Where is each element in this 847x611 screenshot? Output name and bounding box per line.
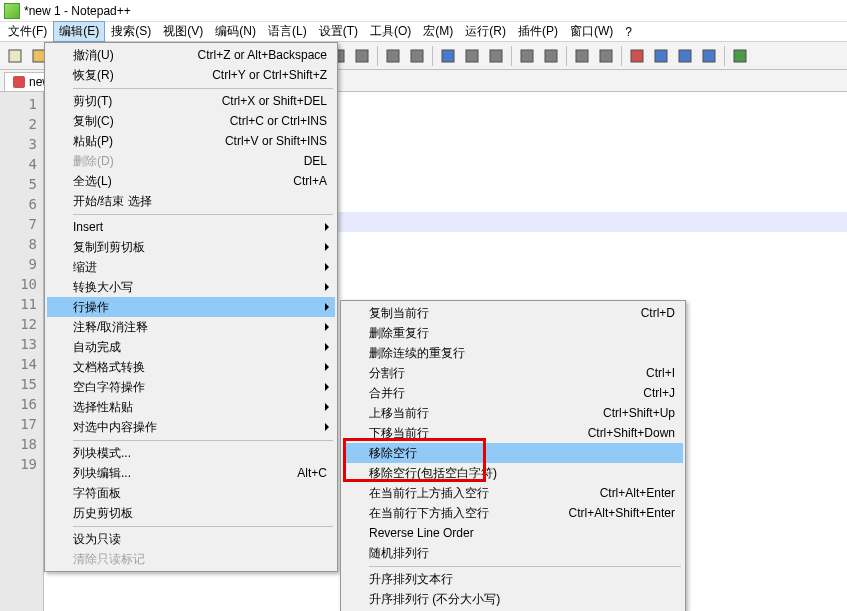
edit-menu-dropdown: 撤消(U)Ctrl+Z or Alt+Backspace恢复(R)Ctrl+Y … <box>44 42 338 572</box>
replace-button[interactable] <box>351 45 373 67</box>
menu-plugins[interactable]: 插件(P) <box>512 21 564 42</box>
edit-menu-item-1[interactable]: 恢复(R)Ctrl+Y or Ctrl+Shift+Z <box>47 65 335 85</box>
macro-record-button[interactable] <box>626 45 648 67</box>
svg-rect-25 <box>679 50 691 62</box>
edit-menu-item-8[interactable]: 开始/结束 选择 <box>47 191 335 211</box>
menu-settings[interactable]: 设置(T) <box>313 21 364 42</box>
edit-menu-item-15[interactable]: 注释/取消注释 <box>47 317 335 337</box>
line-ops-item-2[interactable]: 删除连续的重复行 <box>343 343 683 363</box>
menu-window[interactable]: 窗口(W) <box>564 21 619 42</box>
menu-tools[interactable]: 工具(O) <box>364 21 417 42</box>
macro-play-button[interactable] <box>650 45 672 67</box>
edit-menu-item-4[interactable]: 复制(C)Ctrl+C or Ctrl+INS <box>47 111 335 131</box>
menu-item-label: 粘贴(P) <box>73 133 195 150</box>
zoom-out-button[interactable] <box>406 45 428 67</box>
svg-rect-0 <box>9 50 21 62</box>
line-ops-item-8[interactable]: 移除空行(包括空白字符) <box>343 463 683 483</box>
edit-menu-item-24[interactable]: 字符面板 <box>47 483 335 503</box>
edit-menu-item-22[interactable]: 列块模式... <box>47 443 335 463</box>
toolbar-separator <box>724 46 725 66</box>
menu-search[interactable]: 搜索(S) <box>105 21 157 42</box>
run-button[interactable] <box>729 45 751 67</box>
menu-item-accelerator: Ctrl+Y or Ctrl+Shift+Z <box>182 68 327 82</box>
line-number: 6 <box>0 194 37 214</box>
line-ops-item-9[interactable]: 在当前行上方插入空行Ctrl+Alt+Enter <box>343 483 683 503</box>
unfold-button[interactable] <box>595 45 617 67</box>
svg-rect-24 <box>655 50 667 62</box>
edit-menu-item-14[interactable]: 行操作 <box>47 297 335 317</box>
menu-macro[interactable]: 宏(M) <box>417 21 459 42</box>
window-title: *new 1 - Notepad++ <box>24 4 131 18</box>
edit-menu-item-13[interactable]: 转换大小写 <box>47 277 335 297</box>
edit-menu-item-5[interactable]: 粘贴(P)Ctrl+V or Shift+INS <box>47 131 335 151</box>
menu-view[interactable]: 视图(V) <box>157 21 209 42</box>
new-file-button[interactable] <box>4 45 26 67</box>
submenu-arrow-icon <box>325 283 329 291</box>
line-ops-item-12[interactable]: 随机排列行 <box>343 543 683 563</box>
menu-item-label: 分割行 <box>369 365 616 382</box>
edit-menu-item-25[interactable]: 历史剪切板 <box>47 503 335 523</box>
line-ops-item-5[interactable]: 上移当前行Ctrl+Shift+Up <box>343 403 683 423</box>
menu-run[interactable]: 运行(R) <box>459 21 512 42</box>
zoom-in-button[interactable] <box>382 45 404 67</box>
line-ops-item-3[interactable]: 分割行Ctrl+I <box>343 363 683 383</box>
svg-rect-17 <box>466 50 478 62</box>
indent-guide-button[interactable] <box>516 45 538 67</box>
lang-button[interactable] <box>540 45 562 67</box>
edit-menu-item-20[interactable]: 对选中内容操作 <box>47 417 335 437</box>
line-ops-item-0[interactable]: 复制当前行Ctrl+D <box>343 303 683 323</box>
line-number: 13 <box>0 334 37 354</box>
word-wrap-button[interactable] <box>461 45 483 67</box>
menu-item-accelerator: Ctrl+Shift+Down <box>558 426 675 440</box>
app-icon <box>4 3 20 19</box>
edit-menu-item-23[interactable]: 列块编辑...Alt+C <box>47 463 335 483</box>
menu-item-label: 合并行 <box>369 385 613 402</box>
lang-icon <box>543 48 559 64</box>
menu-item-label: 在当前行上方插入空行 <box>369 485 570 502</box>
line-ops-item-7[interactable]: 移除空行 <box>343 443 683 463</box>
show-all-chars-button[interactable] <box>485 45 507 67</box>
edit-menu-item-27[interactable]: 设为只读 <box>47 529 335 549</box>
svg-rect-18 <box>490 50 502 62</box>
edit-menu-item-10[interactable]: Insert <box>47 217 335 237</box>
line-number: 2 <box>0 114 37 134</box>
edit-menu-item-7[interactable]: 全选(L)Ctrl+A <box>47 171 335 191</box>
menu-language[interactable]: 语言(L) <box>262 21 313 42</box>
toolbar-separator <box>511 46 512 66</box>
line-ops-item-6[interactable]: 下移当前行Ctrl+Shift+Down <box>343 423 683 443</box>
svg-rect-20 <box>545 50 557 62</box>
line-ops-item-14[interactable]: 升序排列文本行 <box>343 569 683 589</box>
line-number: 5 <box>0 174 37 194</box>
menu-item-label: 复制(C) <box>73 113 200 130</box>
menu-encoding[interactable]: 编码(N) <box>209 21 262 42</box>
edit-menu-item-3[interactable]: 剪切(T)Ctrl+X or Shift+DEL <box>47 91 335 111</box>
line-ops-item-4[interactable]: 合并行Ctrl+J <box>343 383 683 403</box>
menu-item-accelerator: Ctrl+D <box>611 306 675 320</box>
sync-button[interactable] <box>437 45 459 67</box>
menu-file[interactable]: 文件(F) <box>2 21 53 42</box>
zoom-in-icon <box>385 48 401 64</box>
line-ops-item-15[interactable]: 升序排列行 (不分大小写) <box>343 589 683 609</box>
fold-button[interactable] <box>571 45 593 67</box>
edit-menu-item-0[interactable]: 撤消(U)Ctrl+Z or Alt+Backspace <box>47 45 335 65</box>
edit-menu-item-18[interactable]: 空白字符操作 <box>47 377 335 397</box>
edit-menu-item-19[interactable]: 选择性粘贴 <box>47 397 335 417</box>
submenu-arrow-icon <box>325 223 329 231</box>
edit-menu-item-17[interactable]: 文档格式转换 <box>47 357 335 377</box>
line-ops-submenu: 复制当前行Ctrl+D删除重复行删除连续的重复行分割行Ctrl+I合并行Ctrl… <box>340 300 686 611</box>
menu-help[interactable]: ? <box>619 23 638 41</box>
line-ops-item-1[interactable]: 删除重复行 <box>343 323 683 343</box>
macro-save-button[interactable] <box>698 45 720 67</box>
menu-item-label: 撤消(U) <box>73 47 168 64</box>
line-number: 17 <box>0 414 37 434</box>
line-ops-item-10[interactable]: 在当前行下方插入空行Ctrl+Alt+Shift+Enter <box>343 503 683 523</box>
edit-menu-item-16[interactable]: 自动完成 <box>47 337 335 357</box>
indent-guide-icon <box>519 48 535 64</box>
edit-menu-item-12[interactable]: 缩进 <box>47 257 335 277</box>
menu-item-label: 移除空行 <box>369 445 675 462</box>
menu-item-accelerator: Ctrl+Z or Alt+Backspace <box>168 48 327 62</box>
menu-edit[interactable]: 编辑(E) <box>53 21 105 42</box>
edit-menu-item-11[interactable]: 复制到剪切板 <box>47 237 335 257</box>
line-ops-item-11[interactable]: Reverse Line Order <box>343 523 683 543</box>
macro-replay-button[interactable] <box>674 45 696 67</box>
